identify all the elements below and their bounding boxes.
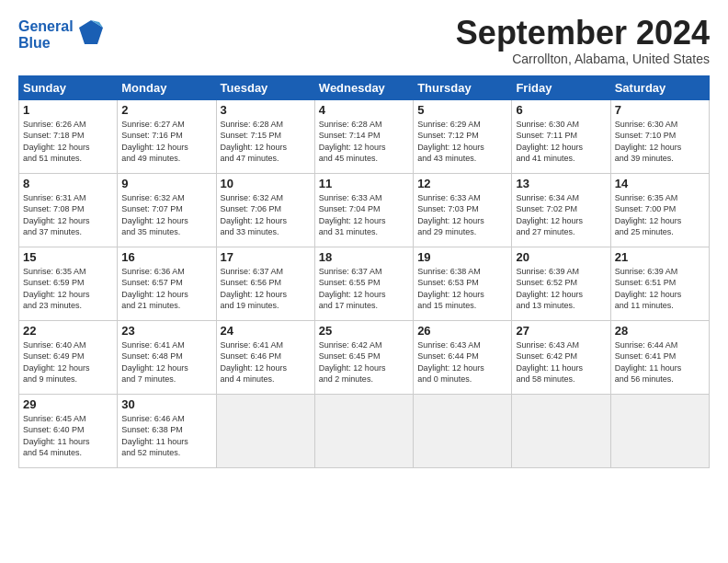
weekday-header-thursday: Thursday: [414, 75, 512, 99]
day-info: Sunrise: 6:40 AM Sunset: 6:49 PM Dayligh…: [23, 339, 113, 385]
day-info: Sunrise: 6:46 AM Sunset: 6:38 PM Dayligh…: [121, 413, 211, 459]
calendar-cell: 7Sunrise: 6:30 AM Sunset: 7:10 PM Daylig…: [610, 99, 709, 173]
day-number: 27: [516, 324, 606, 338]
calendar-cell: 24Sunrise: 6:41 AM Sunset: 6:46 PM Dayli…: [216, 320, 314, 394]
logo-blue: Blue: [18, 35, 74, 52]
calendar-cell: 25Sunrise: 6:42 AM Sunset: 6:45 PM Dayli…: [314, 320, 413, 394]
calendar-week-4: 29Sunrise: 6:45 AM Sunset: 6:40 PM Dayli…: [19, 394, 710, 467]
day-info: Sunrise: 6:30 AM Sunset: 7:10 PM Dayligh…: [615, 119, 705, 165]
calendar-cell: 27Sunrise: 6:43 AM Sunset: 6:42 PM Dayli…: [512, 320, 610, 394]
calendar-cell: 19Sunrise: 6:38 AM Sunset: 6:53 PM Dayli…: [414, 247, 512, 320]
day-number: 19: [417, 250, 507, 264]
calendar-cell: 20Sunrise: 6:39 AM Sunset: 6:52 PM Dayli…: [512, 247, 610, 320]
day-info: Sunrise: 6:39 AM Sunset: 6:52 PM Dayligh…: [516, 266, 606, 312]
day-info: Sunrise: 6:32 AM Sunset: 7:07 PM Dayligh…: [121, 192, 211, 238]
weekday-header-saturday: Saturday: [610, 75, 709, 99]
calendar-cell: 29Sunrise: 6:45 AM Sunset: 6:40 PM Dayli…: [19, 394, 118, 467]
day-info: Sunrise: 6:39 AM Sunset: 6:51 PM Dayligh…: [615, 266, 705, 312]
day-info: Sunrise: 6:28 AM Sunset: 7:15 PM Dayligh…: [221, 119, 311, 165]
calendar-cell: 2Sunrise: 6:27 AM Sunset: 7:16 PM Daylig…: [118, 99, 216, 173]
logo: General Blue: [18, 18, 105, 52]
weekday-header-wednesday: Wednesday: [314, 75, 413, 99]
day-number: 29: [23, 397, 113, 411]
location: Carrollton, Alabama, United States: [456, 52, 710, 66]
calendar-cell: 26Sunrise: 6:43 AM Sunset: 6:44 PM Dayli…: [414, 320, 512, 394]
day-info: Sunrise: 6:34 AM Sunset: 7:02 PM Dayligh…: [516, 192, 606, 238]
day-info: Sunrise: 6:30 AM Sunset: 7:11 PM Dayligh…: [516, 119, 606, 165]
weekday-header-friday: Friday: [512, 75, 610, 99]
calendar-cell: 5Sunrise: 6:29 AM Sunset: 7:12 PM Daylig…: [414, 99, 512, 173]
calendar-cell: 23Sunrise: 6:41 AM Sunset: 6:48 PM Dayli…: [118, 320, 216, 394]
calendar-cell: 11Sunrise: 6:33 AM Sunset: 7:04 PM Dayli…: [314, 173, 413, 247]
calendar-week-0: 1Sunrise: 6:26 AM Sunset: 7:18 PM Daylig…: [19, 99, 710, 173]
calendar-cell: [414, 394, 512, 467]
day-number: 10: [221, 177, 311, 190]
day-number: 23: [121, 324, 211, 338]
calendar-week-3: 22Sunrise: 6:40 AM Sunset: 6:49 PM Dayli…: [19, 320, 710, 394]
day-info: Sunrise: 6:33 AM Sunset: 7:03 PM Dayligh…: [417, 192, 507, 238]
day-number: 12: [417, 177, 507, 190]
calendar-cell: 10Sunrise: 6:32 AM Sunset: 7:06 PM Dayli…: [216, 173, 314, 247]
calendar-cell: 1Sunrise: 6:26 AM Sunset: 7:18 PM Daylig…: [19, 99, 118, 173]
calendar-cell: 9Sunrise: 6:32 AM Sunset: 7:07 PM Daylig…: [118, 173, 216, 247]
day-number: 6: [516, 103, 606, 117]
day-number: 21: [615, 250, 705, 264]
logo-icon: [77, 18, 105, 50]
calendar-cell: 30Sunrise: 6:46 AM Sunset: 6:38 PM Dayli…: [118, 394, 216, 467]
calendar-cell: 22Sunrise: 6:40 AM Sunset: 6:49 PM Dayli…: [19, 320, 118, 394]
day-number: 15: [23, 250, 113, 264]
day-info: Sunrise: 6:33 AM Sunset: 7:04 PM Dayligh…: [319, 192, 409, 238]
day-number: 14: [615, 177, 705, 190]
day-info: Sunrise: 6:31 AM Sunset: 7:08 PM Dayligh…: [23, 192, 113, 238]
day-info: Sunrise: 6:28 AM Sunset: 7:14 PM Dayligh…: [319, 119, 409, 165]
day-info: Sunrise: 6:41 AM Sunset: 6:46 PM Dayligh…: [221, 339, 311, 385]
day-info: Sunrise: 6:29 AM Sunset: 7:12 PM Dayligh…: [417, 119, 507, 165]
day-number: 17: [221, 250, 311, 264]
day-info: Sunrise: 6:44 AM Sunset: 6:41 PM Dayligh…: [615, 339, 705, 385]
day-number: 24: [221, 324, 311, 338]
day-number: 26: [417, 324, 507, 338]
day-number: 25: [319, 324, 409, 338]
day-info: Sunrise: 6:41 AM Sunset: 6:48 PM Dayligh…: [121, 339, 211, 385]
day-number: 30: [121, 397, 211, 411]
calendar-cell: [314, 394, 413, 467]
calendar-cell: 4Sunrise: 6:28 AM Sunset: 7:14 PM Daylig…: [314, 99, 413, 173]
day-info: Sunrise: 6:27 AM Sunset: 7:16 PM Dayligh…: [121, 119, 211, 165]
title-block: September 2024 Carrollton, Alabama, Unit…: [456, 15, 710, 66]
day-number: 22: [23, 324, 113, 338]
day-number: 20: [516, 250, 606, 264]
weekday-header-monday: Monday: [118, 75, 216, 99]
calendar-cell: 12Sunrise: 6:33 AM Sunset: 7:03 PM Dayli…: [414, 173, 512, 247]
day-number: 28: [615, 324, 705, 338]
calendar-cell: 3Sunrise: 6:28 AM Sunset: 7:15 PM Daylig…: [216, 99, 314, 173]
calendar-cell: 28Sunrise: 6:44 AM Sunset: 6:41 PM Dayli…: [610, 320, 709, 394]
day-number: 7: [615, 103, 705, 117]
day-number: 3: [221, 103, 311, 117]
day-info: Sunrise: 6:35 AM Sunset: 7:00 PM Dayligh…: [615, 192, 705, 238]
calendar-cell: 14Sunrise: 6:35 AM Sunset: 7:00 PM Dayli…: [610, 173, 709, 247]
calendar-cell: [216, 394, 314, 467]
day-number: 18: [319, 250, 409, 264]
day-info: Sunrise: 6:45 AM Sunset: 6:40 PM Dayligh…: [23, 413, 113, 459]
header: General Blue September 2024 Carrollton, …: [18, 15, 710, 66]
day-info: Sunrise: 6:43 AM Sunset: 6:44 PM Dayligh…: [417, 339, 507, 385]
day-number: 13: [516, 177, 606, 190]
day-info: Sunrise: 6:37 AM Sunset: 6:55 PM Dayligh…: [319, 266, 409, 312]
weekday-header-sunday: Sunday: [19, 75, 118, 99]
day-number: 2: [121, 103, 211, 117]
day-number: 16: [121, 250, 211, 264]
day-info: Sunrise: 6:42 AM Sunset: 6:45 PM Dayligh…: [319, 339, 409, 385]
day-info: Sunrise: 6:43 AM Sunset: 6:42 PM Dayligh…: [516, 339, 606, 385]
calendar-cell: 15Sunrise: 6:35 AM Sunset: 6:59 PM Dayli…: [19, 247, 118, 320]
day-info: Sunrise: 6:32 AM Sunset: 7:06 PM Dayligh…: [221, 192, 311, 238]
weekday-header-row: SundayMondayTuesdayWednesdayThursdayFrid…: [19, 75, 710, 99]
calendar-cell: [512, 394, 610, 467]
day-info: Sunrise: 6:35 AM Sunset: 6:59 PM Dayligh…: [23, 266, 113, 312]
day-number: 1: [23, 103, 113, 117]
page-container: General Blue September 2024 Carrollton, …: [0, 0, 728, 477]
calendar-week-1: 8Sunrise: 6:31 AM Sunset: 7:08 PM Daylig…: [19, 173, 710, 247]
day-number: 5: [417, 103, 507, 117]
calendar-cell: 18Sunrise: 6:37 AM Sunset: 6:55 PM Dayli…: [314, 247, 413, 320]
calendar-cell: 6Sunrise: 6:30 AM Sunset: 7:11 PM Daylig…: [512, 99, 610, 173]
calendar-week-2: 15Sunrise: 6:35 AM Sunset: 6:59 PM Dayli…: [19, 247, 710, 320]
